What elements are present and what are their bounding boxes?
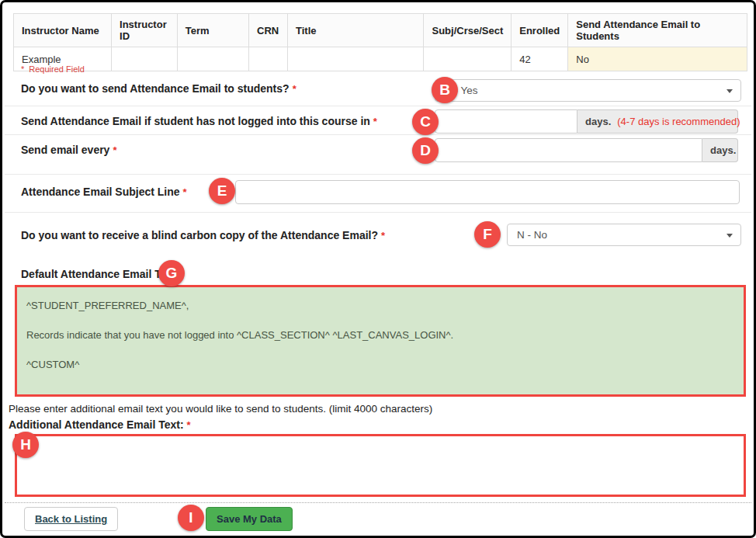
default-email-text-label: Default Attendance Email Text: — [21, 268, 180, 280]
column-header-term: Term — [177, 14, 248, 47]
column-header-instructor-id: Instructor ID — [112, 14, 178, 47]
cell-enrolled: 42 — [512, 47, 568, 71]
column-header-title: Title — [288, 14, 424, 47]
save-my-data-button[interactable]: Save My Data — [206, 507, 293, 531]
column-header-send-attendance-email: Send Attendance Email to Students — [568, 14, 747, 47]
annotation-marker-g: G — [158, 260, 185, 286]
default-email-text-box: ^STUDENT_PREFERRED_NAME^, Records indica… — [15, 285, 746, 397]
not-logged-in-label: Send Attendance Email if student has not… — [21, 115, 377, 127]
send-email-question-label: Do you want to send Attendance Email to … — [21, 82, 297, 95]
back-to-listing-button[interactable]: Back to Listing — [24, 507, 118, 531]
send-email-select[interactable]: Y - Yes — [435, 79, 741, 102]
cell-crn — [249, 47, 288, 71]
annotation-marker-c: C — [412, 109, 439, 135]
additional-email-text-label: Additional Attendance Email Text:* — [9, 418, 191, 431]
bcc-select[interactable]: N - No — [507, 224, 741, 246]
divider — [5, 502, 751, 503]
cell-title — [288, 47, 424, 71]
chevron-down-icon — [727, 89, 733, 93]
annotation-marker-i: I — [178, 505, 204, 531]
cell-instructor-id — [112, 47, 178, 71]
divider — [5, 106, 751, 106]
annotation-marker-d: D — [412, 137, 439, 164]
table-row: Example 42 No — [14, 47, 747, 71]
column-header-subj-crse-sect: Subj/Crse/Sect — [424, 14, 512, 47]
annotation-marker-b: B — [432, 77, 458, 103]
send-every-days-addon: days. — [702, 138, 738, 162]
required-asterisk: * — [113, 144, 116, 156]
column-header-enrolled: Enrolled — [512, 14, 568, 47]
table-header-row: Instructor Name Instructor ID Term CRN T… — [14, 14, 747, 47]
send-every-days-input[interactable] — [435, 138, 702, 162]
bcc-select-value: N - No — [517, 229, 547, 241]
required-asterisk: * — [381, 230, 385, 241]
required-asterisk: * — [21, 64, 24, 74]
not-logged-in-days-addon: days. (4-7 days is recommended) — [577, 109, 738, 134]
additional-email-textarea[interactable] — [15, 434, 746, 497]
required-asterisk: * — [373, 116, 377, 127]
not-logged-in-days-input[interactable] — [435, 109, 577, 134]
required-asterisk: * — [293, 83, 297, 95]
additional-text-help: Please enter additional email text you w… — [9, 403, 432, 415]
course-info-table: Instructor Name Instructor ID Term CRN T… — [13, 13, 747, 71]
subject-line-input[interactable] — [235, 180, 740, 204]
cell-subj-crse-sect — [424, 47, 512, 71]
column-header-instructor-name: Instructor Name — [14, 14, 112, 47]
divider — [5, 174, 751, 175]
required-field-note: *Required Field — [21, 64, 85, 74]
days-recommendation-hint: (4-7 days is recommended) — [617, 116, 740, 127]
required-asterisk: * — [187, 419, 191, 431]
annotation-marker-h: H — [12, 432, 39, 458]
column-header-crn: CRN — [249, 14, 288, 47]
chevron-down-icon — [727, 234, 733, 238]
days-unit-label: days. — [585, 116, 611, 127]
annotation-marker-e: E — [209, 178, 235, 204]
days-unit-label: days. — [710, 144, 736, 156]
cell-term — [177, 47, 248, 71]
divider — [5, 134, 751, 135]
divider — [5, 212, 751, 213]
annotation-marker-f: F — [474, 221, 501, 248]
send-every-label: Send email every* — [21, 144, 116, 156]
subject-line-label: Attendance Email Subject Line* — [21, 186, 187, 198]
required-asterisk: * — [183, 186, 187, 198]
attendance-email-settings-page: Instructor Name Instructor ID Term CRN T… — [0, 0, 756, 538]
bcc-question-label: Do you want to receive a blind carbon co… — [21, 229, 385, 241]
cell-send-attendance-email: No — [568, 47, 747, 71]
